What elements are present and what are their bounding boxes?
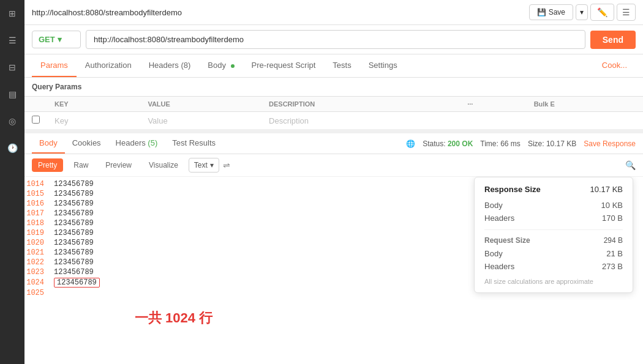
- wrap-icon[interactable]: ⇌: [223, 160, 230, 170]
- request-title: http://localhost:8080/streambodyfilterde…: [32, 8, 524, 17]
- popup-total: 10.17 KB: [590, 185, 623, 194]
- status-badge: Status: 200 OK: [423, 139, 473, 148]
- line-content: 123456789: [54, 268, 94, 277]
- save-button[interactable]: 💾 Save: [529, 4, 573, 20]
- request-tabs: Params Authorization Headers (8) Body Pr…: [24, 54, 643, 78]
- titlebar-actions: 💾 Save ▾ ✏️ ☰: [529, 4, 636, 21]
- popup-body-label: Body: [484, 201, 503, 210]
- response-size-popup: Response Size 10.17 KB Body 10 KB Header…: [474, 177, 633, 293]
- tab-settings[interactable]: Settings: [360, 54, 406, 77]
- sidebar: ⊞ ☰ ⊟ ▤ ◎ 🕐: [0, 0, 24, 364]
- tab-body[interactable]: Body: [199, 54, 243, 77]
- desc-cell[interactable]: Description: [261, 112, 460, 130]
- popup-headers-value: 170 B: [602, 214, 623, 223]
- annotation-text: 一共 1024 行: [135, 309, 212, 327]
- popup-req-headers-row: Headers 273 B: [484, 260, 623, 273]
- response-body[interactable]: 1014123456789101512345678910161234567891…: [24, 177, 643, 364]
- bulk-col-header[interactable]: Bulk E: [527, 97, 643, 112]
- tab-tests[interactable]: Tests: [324, 54, 359, 77]
- value-cell[interactable]: Value: [140, 112, 261, 130]
- sidebar-icon-home[interactable]: ⊞: [4, 5, 21, 22]
- query-params-label: Query Params: [24, 78, 643, 96]
- popup-title: Response Size: [484, 185, 541, 194]
- desc-column-header: DESCRIPTION: [261, 97, 460, 112]
- response-tab-cookies[interactable]: Cookies: [65, 133, 108, 154]
- method-dropdown-icon: ▾: [58, 35, 62, 44]
- headers-tab-label: Headers: [116, 138, 148, 147]
- line-number: 1016: [24, 199, 54, 208]
- response-tab-test-results[interactable]: Test Results: [165, 133, 223, 154]
- line-content: 123456789: [54, 180, 94, 188]
- popup-headers-row: Headers 170 B: [484, 212, 623, 225]
- more-col-header: ···: [460, 97, 526, 112]
- key-cell[interactable]: Key: [47, 112, 140, 130]
- response-status-bar: 🌐 Status: 200 OK Time: 66 ms Size: 10.17…: [406, 139, 636, 148]
- value-column-header: VALUE: [140, 97, 261, 112]
- popup-body-row: Body 10 KB: [484, 199, 623, 212]
- format-type-chevron: ▾: [210, 161, 214, 169]
- time-label: Time: 66 ms: [480, 139, 521, 148]
- popup-req-body-value: 21 B: [606, 249, 623, 258]
- line-content: 123456789: [54, 278, 100, 288]
- line-content: 123456789: [54, 258, 94, 267]
- format-raw-button[interactable]: Raw: [67, 158, 95, 173]
- sidebar-icon-history[interactable]: 🕐: [4, 139, 21, 157]
- popup-headers-label: Headers: [484, 214, 514, 223]
- row-checkbox[interactable]: [24, 112, 47, 130]
- popup-req-headers-label: Headers: [484, 262, 514, 271]
- popup-req-headers-value: 273 B: [602, 262, 623, 271]
- response-section: Body Cookies Headers (5) Test Results 🌐 …: [24, 130, 643, 364]
- table-row: Key Value Description: [24, 112, 643, 130]
- format-pretty-button[interactable]: Pretty: [32, 158, 63, 172]
- edit-button[interactable]: ✏️: [590, 4, 614, 21]
- body-dot: [231, 64, 235, 68]
- line-number: 1024: [24, 278, 54, 287]
- row-more: [460, 112, 526, 130]
- format-type-select[interactable]: Text ▾: [189, 158, 219, 173]
- tab-headers[interactable]: Headers (8): [140, 54, 200, 77]
- sidebar-icon-mock[interactable]: ▤: [4, 86, 21, 103]
- row-bulk: [527, 112, 643, 130]
- popup-divider: [484, 229, 623, 230]
- search-icon[interactable]: 🔍: [625, 160, 636, 170]
- method-select[interactable]: GET ▾: [32, 31, 81, 48]
- tab-authorization[interactable]: Authorization: [77, 54, 140, 77]
- line-number: 1021: [24, 248, 54, 257]
- line-content: 123456789: [54, 219, 94, 228]
- line-number: 1023: [24, 268, 54, 277]
- line-content: 123456789: [54, 209, 94, 218]
- status-label: Status:: [423, 139, 448, 148]
- sidebar-icon-monitor[interactable]: ◎: [4, 113, 21, 130]
- popup-request-size-value: 294 B: [604, 236, 623, 245]
- line-number: 1015: [24, 190, 54, 198]
- status-value: 200 OK: [448, 139, 473, 148]
- save-response-button[interactable]: Save Response: [584, 139, 636, 148]
- tab-prerequest[interactable]: Pre-request Script: [243, 54, 325, 77]
- line-number: 1017: [24, 209, 54, 218]
- params-table: KEY VALUE DESCRIPTION ··· Bulk E Key Val…: [24, 96, 643, 130]
- tab-params[interactable]: Params: [32, 54, 77, 77]
- response-tab-body[interactable]: Body: [32, 133, 65, 154]
- response-tab-headers[interactable]: Headers (5): [108, 133, 165, 154]
- key-column-header: KEY: [47, 97, 140, 112]
- sidebar-icon-collections[interactable]: ☰: [4, 32, 21, 49]
- line-number: 1018: [24, 219, 54, 228]
- tab-cookies[interactable]: Cook...: [593, 54, 636, 77]
- more-button[interactable]: ☰: [617, 4, 636, 21]
- size-label: Size: 10.17 KB: [528, 139, 576, 148]
- popup-note: All size calculations are approximate: [484, 278, 623, 285]
- format-preview-button[interactable]: Preview: [99, 158, 138, 173]
- save-dropdown-button[interactable]: ▾: [576, 4, 588, 20]
- response-tabs-bar: Body Cookies Headers (5) Test Results 🌐 …: [24, 133, 643, 154]
- url-input[interactable]: [86, 30, 585, 49]
- send-button[interactable]: Send: [590, 31, 636, 49]
- popup-body-value: 10 KB: [601, 201, 623, 210]
- format-visualize-button[interactable]: Visualize: [142, 158, 185, 173]
- sidebar-icon-env[interactable]: ⊟: [4, 59, 21, 76]
- line-number: 1014: [24, 180, 54, 188]
- line-number: 1022: [24, 258, 54, 267]
- titlebar: http://localhost:8080/streambodyfilterde…: [24, 0, 643, 25]
- line-content: 123456789: [54, 229, 94, 237]
- line-content: 123456789: [54, 248, 94, 257]
- checkbox-col-header: [24, 97, 47, 112]
